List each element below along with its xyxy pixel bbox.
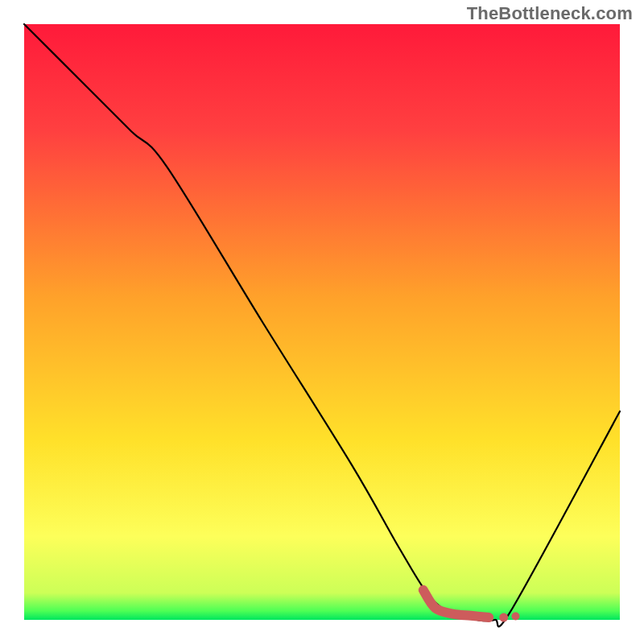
sweet-spot-dot <box>512 613 520 621</box>
sweet-spot-dot <box>499 613 508 622</box>
chart-stage: { "watermark": { "text": "TheBottleneck.… <box>0 0 644 644</box>
bottleneck-chart <box>0 0 644 644</box>
